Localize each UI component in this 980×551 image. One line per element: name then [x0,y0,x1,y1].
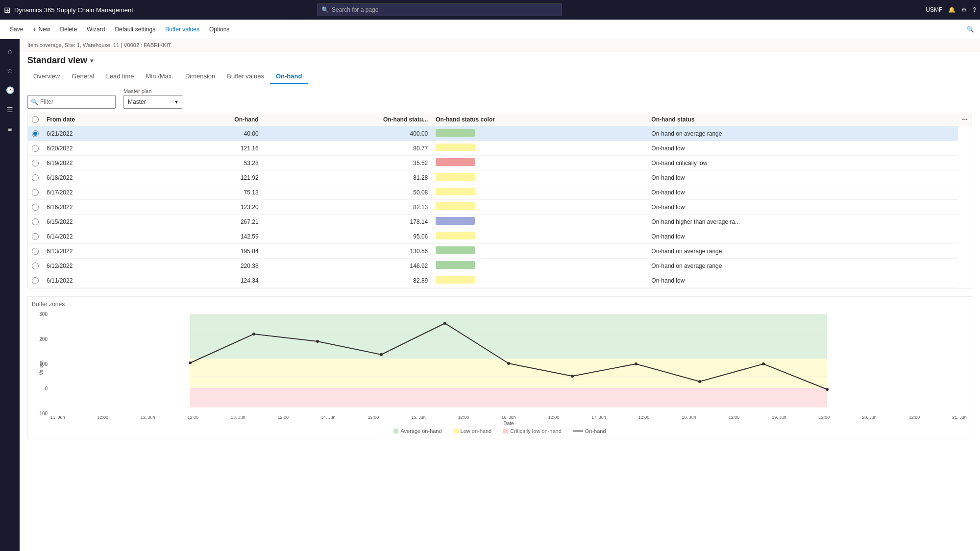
row-status-val: 35.52 [263,156,432,170]
tab-minmax[interactable]: Min./Max. [140,70,179,84]
filter-icon[interactable]: 🔍 [967,26,974,33]
row-radio[interactable] [28,185,43,200]
sidebar-home-icon[interactable]: ⌂ [2,43,18,59]
new-button[interactable]: +New [29,24,54,35]
row-radio[interactable] [28,200,43,215]
help-icon[interactable]: ? [973,6,976,13]
row-radio[interactable] [28,141,43,156]
table-more-header[interactable]: ⋯ [958,113,972,126]
row-date: 6/12/2022 [43,259,159,273]
legend-average-dot [393,429,398,433]
table-row[interactable]: 6/15/2022 267.21 178.14 On-hand higher t… [28,215,972,229]
notification-icon[interactable]: 🔔 [948,6,956,13]
delete-button[interactable]: Delete [56,24,81,35]
view-chevron-icon[interactable]: ▾ [90,57,93,64]
table-row[interactable]: 6/18/2022 121.92 81.28 On-hand low [28,170,972,185]
row-on-hand: 40.00 [159,126,262,141]
tab-dimension[interactable]: Dimension [179,70,221,84]
table-row[interactable]: 6/13/2022 195.84 130.56 On-hand on avera… [28,244,972,259]
row-radio[interactable] [28,170,43,185]
table-row[interactable]: 6/19/2022 53.28 35.52 On-hand critically… [28,156,972,170]
row-radio[interactable] [28,259,43,273]
row-color-cell [432,141,647,156]
row-on-hand: 123.20 [159,200,262,215]
svg-point-9 [252,333,255,335]
tabs-bar: Overview General Lead time Min./Max. Dim… [20,70,980,84]
wizard-button[interactable]: Wizard [83,24,109,35]
on-hand-status-color-header[interactable]: On-hand status color [432,113,647,126]
row-on-hand: 121.16 [159,141,262,156]
default-settings-button[interactable]: Default settings [111,24,159,35]
row-status: On-hand low [647,273,958,288]
row-status: On-hand low [647,200,958,215]
tab-on-hand[interactable]: On-hand [270,70,308,84]
master-plan-select[interactable]: Master ▾ [123,95,182,109]
svg-rect-2 [190,388,827,407]
global-search[interactable]: 🔍 Search for a page [317,3,562,16]
table-row[interactable]: 6/12/2022 220.38 146.92 On-hand on avera… [28,259,972,273]
table-row[interactable]: 6/20/2022 121.16 80.77 On-hand low [28,141,972,156]
svg-point-15 [635,362,637,365]
row-radio[interactable] [28,215,43,229]
on-hand-status-val-header[interactable]: On-hand statu... [263,113,432,126]
save-button[interactable]: Save [6,24,27,35]
layout: ⌂ ☆ 🕐 ☰ ≡ Item coverage, Site: 1, Wareho… [0,39,980,551]
row-status-val: 82.13 [263,200,432,215]
table-row[interactable]: 6/21/2022 40.00 400.00 On-hand on averag… [28,126,972,141]
tab-buffer-values[interactable]: Buffer values [221,70,270,84]
row-radio[interactable] [28,126,43,141]
row-color-cell [432,215,647,229]
left-sidebar: ⌂ ☆ 🕐 ☰ ≡ [0,39,20,551]
row-radio[interactable] [28,229,43,244]
svg-point-8 [189,361,192,364]
row-color-cell [432,185,647,200]
tab-overview[interactable]: Overview [27,70,66,84]
legend-low: Low on-hand [454,428,492,434]
on-hand-header[interactable]: On-hand [159,113,262,126]
row-status-val: 95.06 [263,229,432,244]
toolbar: Save +New Delete Wizard Default settings… [0,20,980,39]
table-row[interactable]: 6/16/2022 123.20 82.13 On-hand low [28,200,972,215]
row-date: 6/11/2022 [43,273,159,288]
tab-lead-time[interactable]: Lead time [100,70,140,84]
tab-general[interactable]: General [66,70,100,84]
filter-area: 🔍 Master plan Master ▾ [20,84,980,113]
table-row[interactable]: 6/14/2022 142.59 95.06 On-hand low [28,229,972,244]
row-date: 6/16/2022 [43,200,159,215]
on-hand-table: From date On-hand On-hand statu... On-ha… [27,113,972,288]
table-row[interactable]: 6/17/2022 75.13 50.08 On-hand low [28,185,972,200]
row-date: 6/19/2022 [43,156,159,170]
on-hand-status-header[interactable]: On-hand status [647,113,958,126]
legend-critically-low: Critically low on-hand [503,428,562,434]
filter-input[interactable] [40,98,112,105]
sidebar-list-icon[interactable]: ≡ [2,121,18,137]
from-date-header[interactable]: From date [43,113,159,126]
sidebar-menu-icon[interactable]: ☰ [2,102,18,118]
waffle-icon[interactable]: ⊞ [4,5,10,15]
row-color-cell [432,244,647,259]
row-date: 6/14/2022 [43,229,159,244]
row-color-cell [432,273,647,288]
row-status-val: 400.00 [263,126,432,141]
row-radio[interactable] [28,273,43,288]
row-date: 6/21/2022 [43,126,159,141]
table-row[interactable]: 6/11/2022 124.34 82.89 On-hand low [28,273,972,288]
svg-point-17 [762,362,765,365]
buffer-values-button[interactable]: Buffer values [161,24,203,35]
select-all-header[interactable] [28,113,43,126]
row-radio[interactable] [28,156,43,170]
row-radio[interactable] [28,244,43,259]
svg-point-16 [698,380,701,383]
main-content: Item coverage, Site: 1, Warehouse: 11 | … [20,39,980,551]
row-status-val: 81.28 [263,170,432,185]
row-status-val: 146.92 [263,259,432,273]
options-button[interactable]: Options [205,24,233,35]
row-status-val: 80.77 [263,141,432,156]
row-status: On-hand low [647,185,958,200]
row-color-cell [432,170,647,185]
top-bar-right: USMF 🔔 ⚙ ? [926,6,976,13]
settings-icon[interactable]: ⚙ [961,6,967,13]
sidebar-star-icon[interactable]: ☆ [2,63,18,78]
sidebar-recent-icon[interactable]: 🕐 [2,82,18,98]
row-status: On-hand on average range [647,126,958,141]
